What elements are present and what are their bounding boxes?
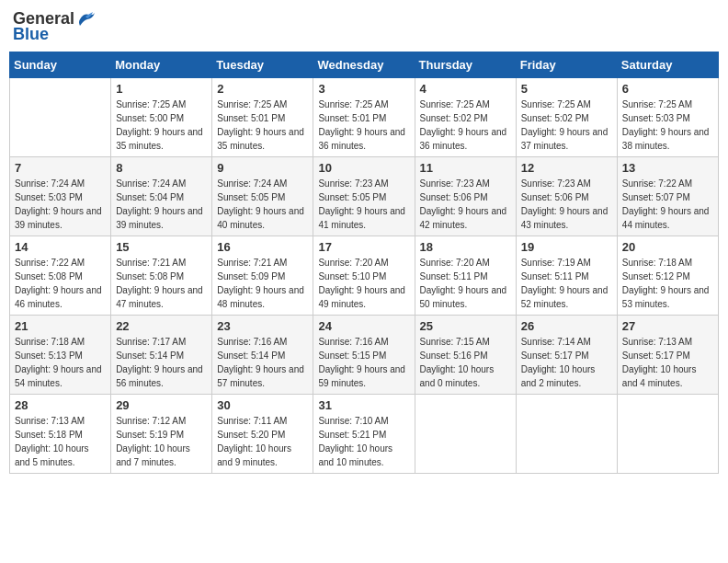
calendar-cell: 29Sunrise: 7:12 AMSunset: 5:19 PMDayligh…: [111, 395, 212, 474]
weekday-header-saturday: Saturday: [617, 52, 718, 78]
sunset-text: Sunset: 5:11 PM: [521, 270, 612, 283]
sunset-text: Sunset: 5:05 PM: [318, 190, 409, 204]
daylight-text: Daylight: 9 hours and 48 minutes.: [217, 283, 308, 311]
calendar-cell: 17Sunrise: 7:20 AMSunset: 5:10 PMDayligh…: [313, 236, 415, 316]
sunset-text: Sunset: 5:12 PM: [622, 270, 713, 283]
calendar-cell: 5Sunrise: 7:25 AMSunset: 5:02 PMDaylight…: [516, 78, 617, 157]
daylight-text: Daylight: 10 hours and 0 minutes.: [420, 362, 511, 390]
sunrise-text: Sunrise: 7:23 AM: [521, 177, 612, 190]
day-info: Sunrise: 7:22 AMSunset: 5:07 PMDaylight:…: [622, 177, 713, 232]
day-info: Sunrise: 7:11 AMSunset: 5:20 PMDaylight:…: [217, 414, 308, 469]
day-info: Sunrise: 7:25 AMSunset: 5:02 PMDaylight:…: [420, 98, 511, 153]
day-number: 4: [420, 82, 511, 96]
calendar-cell: 21Sunrise: 7:18 AMSunset: 5:13 PMDayligh…: [10, 316, 111, 395]
calendar-week-1: 1Sunrise: 7:25 AMSunset: 5:00 PMDaylight…: [10, 78, 719, 157]
sunset-text: Sunset: 5:21 PM: [318, 428, 409, 442]
sunrise-text: Sunrise: 7:13 AM: [15, 414, 106, 428]
sunrise-text: Sunrise: 7:21 AM: [116, 256, 207, 270]
calendar-cell: 28Sunrise: 7:13 AMSunset: 5:18 PMDayligh…: [10, 395, 111, 474]
day-number: 7: [15, 161, 106, 175]
day-info: Sunrise: 7:22 AMSunset: 5:08 PMDaylight:…: [15, 256, 106, 311]
calendar-cell: 26Sunrise: 7:14 AMSunset: 5:17 PMDayligh…: [516, 316, 617, 395]
day-info: Sunrise: 7:25 AMSunset: 5:01 PMDaylight:…: [318, 98, 409, 153]
logo: General Blue: [13, 9, 97, 44]
sunset-text: Sunset: 5:14 PM: [116, 349, 207, 362]
sunset-text: Sunset: 5:06 PM: [521, 190, 612, 204]
daylight-text: Daylight: 9 hours and 38 minutes.: [622, 125, 713, 153]
calendar-cell: [617, 395, 718, 474]
daylight-text: Daylight: 10 hours and 2 minutes.: [521, 362, 612, 390]
day-number: 2: [217, 82, 308, 96]
calendar-cell: 10Sunrise: 7:23 AMSunset: 5:05 PMDayligh…: [313, 157, 415, 236]
calendar-cell: 3Sunrise: 7:25 AMSunset: 5:01 PMDaylight…: [313, 78, 415, 157]
day-info: Sunrise: 7:14 AMSunset: 5:17 PMDaylight:…: [521, 335, 612, 390]
day-info: Sunrise: 7:25 AMSunset: 5:00 PMDaylight:…: [116, 98, 207, 153]
sunset-text: Sunset: 5:05 PM: [217, 190, 308, 204]
day-info: Sunrise: 7:16 AMSunset: 5:15 PMDaylight:…: [318, 335, 409, 390]
day-info: Sunrise: 7:23 AMSunset: 5:05 PMDaylight:…: [318, 177, 409, 232]
sunset-text: Sunset: 5:17 PM: [521, 349, 612, 362]
calendar-cell: 31Sunrise: 7:10 AMSunset: 5:21 PMDayligh…: [313, 395, 415, 474]
sunset-text: Sunset: 5:18 PM: [15, 428, 106, 442]
daylight-text: Daylight: 9 hours and 52 minutes.: [521, 283, 612, 311]
daylight-text: Daylight: 10 hours and 4 minutes.: [622, 362, 713, 390]
sunrise-text: Sunrise: 7:25 AM: [318, 98, 409, 111]
calendar-cell: 30Sunrise: 7:11 AMSunset: 5:20 PMDayligh…: [212, 395, 313, 474]
calendar-cell: [415, 395, 516, 474]
day-info: Sunrise: 7:10 AMSunset: 5:21 PMDaylight:…: [318, 414, 409, 469]
sunrise-text: Sunrise: 7:24 AM: [15, 177, 106, 190]
sunset-text: Sunset: 5:09 PM: [217, 270, 308, 283]
calendar-cell: 27Sunrise: 7:13 AMSunset: 5:17 PMDayligh…: [617, 316, 718, 395]
calendar-cell: 9Sunrise: 7:24 AMSunset: 5:05 PMDaylight…: [212, 157, 313, 236]
daylight-text: Daylight: 9 hours and 35 minutes.: [217, 125, 308, 153]
weekday-header-wednesday: Wednesday: [313, 52, 415, 78]
sunrise-text: Sunrise: 7:23 AM: [318, 177, 409, 190]
day-number: 21: [15, 319, 106, 333]
daylight-text: Daylight: 9 hours and 41 minutes.: [318, 204, 409, 232]
day-info: Sunrise: 7:21 AMSunset: 5:08 PMDaylight:…: [116, 256, 207, 311]
daylight-text: Daylight: 9 hours and 49 minutes.: [318, 283, 409, 311]
day-info: Sunrise: 7:20 AMSunset: 5:11 PMDaylight:…: [420, 256, 511, 311]
sunrise-text: Sunrise: 7:23 AM: [420, 177, 511, 190]
calendar-cell: 18Sunrise: 7:20 AMSunset: 5:11 PMDayligh…: [415, 236, 516, 316]
calendar-cell: 7Sunrise: 7:24 AMSunset: 5:03 PMDaylight…: [10, 157, 111, 236]
calendar-cell: 4Sunrise: 7:25 AMSunset: 5:02 PMDaylight…: [415, 78, 516, 157]
day-number: 9: [217, 161, 308, 175]
daylight-text: Daylight: 9 hours and 53 minutes.: [622, 283, 713, 311]
sunset-text: Sunset: 5:02 PM: [420, 111, 511, 125]
calendar-cell: 24Sunrise: 7:16 AMSunset: 5:15 PMDayligh…: [313, 316, 415, 395]
day-info: Sunrise: 7:18 AMSunset: 5:12 PMDaylight:…: [622, 256, 713, 311]
calendar-body: 1Sunrise: 7:25 AMSunset: 5:00 PMDaylight…: [10, 78, 719, 474]
day-number: 28: [15, 398, 106, 412]
day-number: 23: [217, 319, 308, 333]
day-info: Sunrise: 7:18 AMSunset: 5:13 PMDaylight:…: [15, 335, 106, 390]
calendar-cell: 14Sunrise: 7:22 AMSunset: 5:08 PMDayligh…: [10, 236, 111, 316]
sunrise-text: Sunrise: 7:24 AM: [217, 177, 308, 190]
sunset-text: Sunset: 5:17 PM: [622, 349, 713, 362]
day-number: 15: [116, 240, 207, 254]
sunset-text: Sunset: 5:01 PM: [217, 111, 308, 125]
calendar-cell: 19Sunrise: 7:19 AMSunset: 5:11 PMDayligh…: [516, 236, 617, 316]
day-number: 12: [521, 161, 612, 175]
day-number: 25: [420, 319, 511, 333]
daylight-text: Daylight: 9 hours and 43 minutes.: [521, 204, 612, 232]
calendar-table: SundayMondayTuesdayWednesdayThursdayFrid…: [9, 52, 719, 474]
weekday-header-monday: Monday: [111, 52, 212, 78]
day-info: Sunrise: 7:13 AMSunset: 5:17 PMDaylight:…: [622, 335, 713, 390]
calendar-week-4: 21Sunrise: 7:18 AMSunset: 5:13 PMDayligh…: [10, 316, 719, 395]
day-number: 30: [217, 398, 308, 412]
day-info: Sunrise: 7:12 AMSunset: 5:19 PMDaylight:…: [116, 414, 207, 469]
sunset-text: Sunset: 5:07 PM: [622, 190, 713, 204]
day-info: Sunrise: 7:16 AMSunset: 5:14 PMDaylight:…: [217, 335, 308, 390]
sunrise-text: Sunrise: 7:18 AM: [15, 335, 106, 349]
day-number: 1: [116, 82, 207, 96]
daylight-text: Daylight: 10 hours and 7 minutes.: [116, 442, 207, 469]
sunrise-text: Sunrise: 7:12 AM: [116, 414, 207, 428]
sunrise-text: Sunrise: 7:24 AM: [116, 177, 207, 190]
daylight-text: Daylight: 9 hours and 35 minutes.: [116, 125, 207, 153]
daylight-text: Daylight: 10 hours and 5 minutes.: [15, 442, 106, 469]
day-info: Sunrise: 7:25 AMSunset: 5:03 PMDaylight:…: [622, 98, 713, 153]
daylight-text: Daylight: 9 hours and 42 minutes.: [420, 204, 511, 232]
calendar-cell: 1Sunrise: 7:25 AMSunset: 5:00 PMDaylight…: [111, 78, 212, 157]
sunrise-text: Sunrise: 7:18 AM: [622, 256, 713, 270]
